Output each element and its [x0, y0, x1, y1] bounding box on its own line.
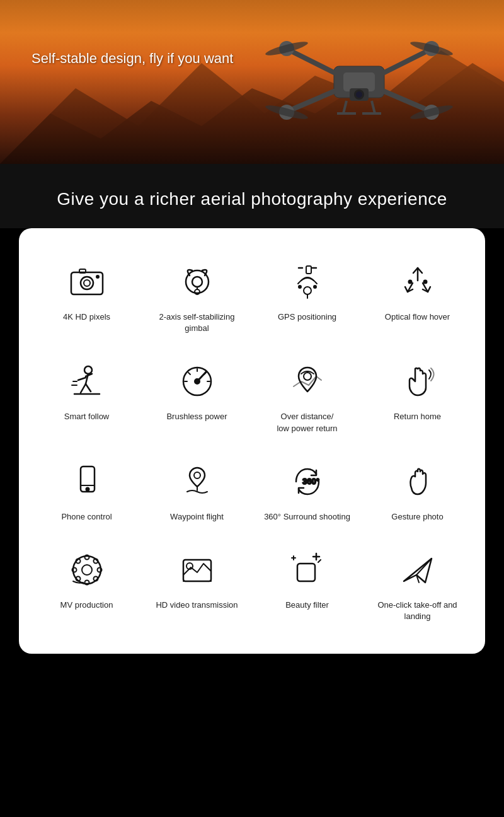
- feature-label-smart-follow: Smart follow: [64, 411, 110, 422]
- feature-label-brushless: Brushless power: [166, 411, 227, 422]
- features-grid: 4K HD pixels 2-axis self-stabilizing gim…: [32, 247, 472, 629]
- feature-mv: MV production: [32, 535, 142, 629]
- main-title: Give you a richer aerial photography exp…: [13, 189, 491, 209]
- camera-icon: [65, 260, 109, 304]
- svg-point-28: [96, 275, 99, 278]
- svg-point-66: [194, 472, 200, 478]
- optical-flow-icon: [396, 260, 440, 304]
- feature-label-mv: MV production: [60, 600, 113, 611]
- waypoint-icon: [175, 460, 219, 504]
- svg-point-38: [299, 286, 301, 288]
- svg-point-45: [84, 366, 92, 374]
- svg-line-8: [290, 50, 334, 72]
- svg-rect-81: [297, 564, 315, 581]
- svg-point-65: [86, 487, 89, 490]
- svg-line-86: [318, 560, 321, 562]
- svg-line-47: [78, 378, 86, 380]
- feature-gps: GPS positioning: [252, 247, 362, 340]
- svg-line-11: [384, 91, 428, 110]
- feature-gesture: Gesture photo: [362, 447, 472, 529]
- svg-point-69: [73, 556, 101, 584]
- svg-line-9: [384, 50, 428, 72]
- feature-label-gps: GPS positioning: [278, 311, 336, 323]
- svg-point-62: [304, 373, 311, 380]
- feature-gimbal: 2-axis self-stabilizing gimbal: [142, 247, 252, 340]
- feature-label-over-distance: Over distance/ low power return: [277, 411, 337, 434]
- smartphone-icon: [65, 460, 109, 504]
- feature-surround: 360° 360° Surround shooting: [252, 447, 362, 529]
- feature-label-waypoint: Waypoint flight: [170, 511, 224, 523]
- gesture-hand-icon: [396, 460, 440, 504]
- feature-label-return-home: Return home: [394, 411, 441, 422]
- paper-plane-icon: [396, 548, 440, 592]
- svg-point-26: [84, 280, 90, 286]
- feature-4k-hd: 4K HD pixels: [32, 247, 142, 340]
- svg-line-49: [81, 384, 86, 393]
- feature-label-gimbal: 2-axis self-stabilizing gimbal: [148, 311, 246, 334]
- feature-label-surround: 360° Surround shooting: [264, 511, 350, 523]
- beauty-sparkle-icon: [285, 548, 329, 592]
- svg-point-30: [192, 277, 202, 287]
- hero-tagline: Self-stable design, fly if you want: [32, 50, 233, 67]
- location-pin-icon: [285, 359, 329, 403]
- svg-point-25: [81, 277, 93, 289]
- hero-section: Self-stable design, fly if you want: [0, 0, 504, 164]
- svg-line-59: [188, 373, 190, 374]
- gps-icon: [285, 260, 329, 304]
- feature-label-phone: Phone control: [61, 511, 112, 523]
- image-frame-icon: [175, 548, 219, 592]
- person-walk-icon: [65, 359, 109, 403]
- feature-label-hd-video: HD video transmission: [156, 600, 238, 611]
- feature-smart-follow: Smart follow: [32, 347, 142, 440]
- feature-label-beauty: Beauty filter: [285, 600, 329, 611]
- svg-point-43: [408, 281, 411, 284]
- feature-waypoint: Waypoint flight: [142, 447, 252, 529]
- svg-point-61: [195, 379, 200, 384]
- svg-point-70: [82, 565, 92, 575]
- svg-line-21: [372, 101, 375, 113]
- svg-point-39: [314, 286, 316, 288]
- svg-point-44: [423, 281, 427, 284]
- feature-return-home: Return home: [362, 347, 472, 440]
- feature-takeoff: One-click take-off and landing: [362, 535, 472, 629]
- gimbal-icon: [175, 260, 219, 304]
- svg-line-10: [290, 91, 334, 110]
- motor-icon: [175, 359, 219, 403]
- features-card: 4K HD pixels 2-axis self-stabilizing gim…: [19, 228, 485, 654]
- feature-hd-video: HD video transmission: [142, 535, 252, 629]
- svg-rect-27: [79, 269, 86, 273]
- feature-label-takeoff: One-click take-off and landing: [369, 600, 466, 622]
- 360-icon: 360°: [285, 460, 329, 504]
- svg-text:360°: 360°: [302, 477, 319, 486]
- film-reel-icon: [65, 548, 109, 592]
- title-section: Give you a richer aerial photography exp…: [0, 164, 504, 228]
- feature-label-4k: 4K HD pixels: [63, 311, 110, 323]
- feature-beauty: Beauty filter: [252, 535, 362, 629]
- svg-point-36: [304, 287, 311, 294]
- feature-label-optical: Optical flow hover: [385, 311, 450, 323]
- drone-image: [252, 13, 466, 139]
- svg-rect-33: [306, 266, 311, 274]
- svg-line-20: [343, 101, 346, 113]
- feature-optical-flow: Optical flow hover: [362, 247, 472, 340]
- svg-line-50: [86, 384, 91, 391]
- hand-touch-icon: [396, 359, 440, 403]
- feature-phone: Phone control: [32, 447, 142, 529]
- feature-brushless: Brushless power: [142, 347, 252, 440]
- feature-over-distance: Over distance/ low power return: [252, 347, 362, 440]
- feature-label-gesture: Gesture photo: [391, 511, 443, 523]
- svg-point-7: [356, 91, 362, 98]
